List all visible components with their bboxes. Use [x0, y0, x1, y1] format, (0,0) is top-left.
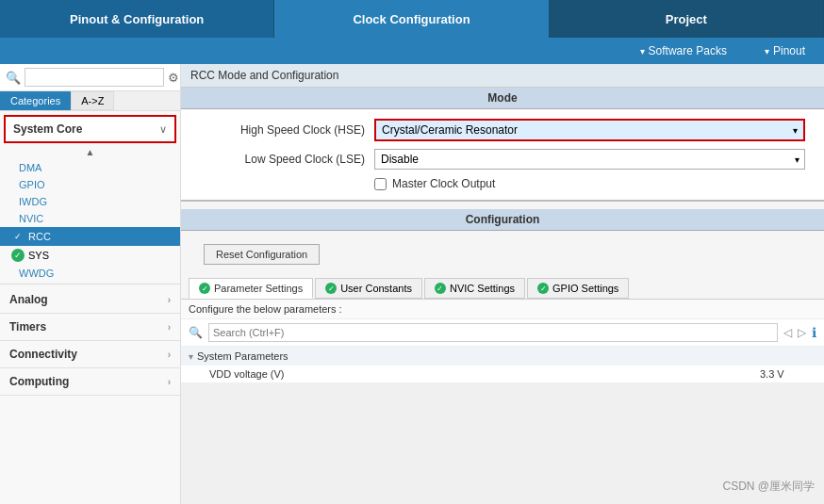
nav-pinout[interactable]: ▾ Pinout	[746, 44, 824, 57]
master-clock-label: Master Clock Output	[392, 177, 495, 190]
rcc-check-icon: ✓	[11, 230, 25, 243]
dma-label: DMA	[19, 162, 41, 173]
hse-select-wrapper: Crystal/Ceramic Resonator Disable BYPASS…	[374, 119, 805, 141]
watermark-text: CSDN @厘米同学	[722, 480, 815, 493]
cat-tabs: Categories A->Z	[0, 91, 180, 111]
sidebar-item-gpio[interactable]: GPIO	[0, 176, 180, 193]
param-tab-check: ✓	[199, 283, 210, 294]
analog-label: Analog	[9, 293, 48, 306]
sidebar-gear-icon[interactable]: ⚙	[168, 71, 179, 85]
analog-arrow: ›	[168, 295, 171, 305]
tab-nvic-settings[interactable]: ✓ NVIC Settings	[424, 278, 525, 299]
lse-row: Low Speed Clock (LSE) Disable Crystal/Ce…	[200, 149, 805, 170]
sidebar: 🔍 ⚙ Categories A->Z System Core ∨ ▲	[0, 64, 181, 504]
param-search-row: 🔍 ◁ ▷ ℹ	[181, 319, 824, 347]
sidebar-search-input[interactable]	[25, 68, 164, 87]
param-next-arrow[interactable]: ▷	[798, 326, 806, 339]
gpio-label: GPIO	[19, 179, 45, 190]
watermark: CSDN @厘米同学	[722, 479, 815, 495]
cat-timers-header[interactable]: Timers ›	[0, 314, 180, 340]
nav-clock[interactable]: Clock Configuration	[274, 0, 549, 38]
pinout-label: Pinout	[773, 44, 805, 57]
timers-arrow: ›	[168, 322, 171, 333]
cat-connectivity-header[interactable]: Connectivity ›	[0, 341, 180, 367]
nvic-tab-label: NVIC Settings	[450, 283, 515, 294]
hse-row: High Speed Clock (HSE) Crystal/Ceramic R…	[200, 119, 805, 141]
rcc-label: RCC	[28, 231, 51, 242]
content-area: RCC Mode and Configuration Mode High Spe…	[181, 64, 824, 383]
computing-label: Computing	[9, 375, 69, 388]
nav-clock-label: Clock Configuration	[353, 12, 470, 26]
config-section-header: Configuration	[181, 209, 824, 231]
configure-label-text: Configure the below parameters :	[189, 303, 342, 315]
second-nav: ▾ Software Packs ▾ Pinout	[0, 38, 824, 64]
content-wrapper: RCC Mode and Configuration Mode High Spe…	[181, 64, 824, 504]
hse-select[interactable]: Crystal/Ceramic Resonator Disable BYPASS…	[376, 121, 803, 139]
sys-check-icon: ✓	[11, 249, 25, 262]
sidebar-item-iwdg[interactable]: IWDG	[0, 193, 180, 210]
configure-label: Configure the below parameters :	[181, 300, 824, 319]
connectivity-arrow: ›	[168, 350, 171, 360]
gpio-tab-label: GPIO Settings	[552, 283, 618, 294]
software-packs-label: Software Packs	[649, 44, 727, 57]
sidebar-item-dma[interactable]: DMA	[0, 159, 180, 176]
sidebar-search-bar: 🔍 ⚙	[0, 64, 180, 91]
mode-header-label: Mode	[487, 91, 517, 105]
tab-categories[interactable]: Categories	[0, 91, 71, 110]
cat-analog-header[interactable]: Analog ›	[0, 286, 180, 313]
sidebar-divider-1	[0, 284, 180, 285]
system-core-up-arrow: ▲	[0, 145, 180, 159]
sidebar-search-icon: 🔍	[6, 71, 21, 85]
nav-software-packs[interactable]: ▾ Software Packs	[621, 44, 746, 57]
lse-select-wrapper: Disable Crystal/Ceramic Resonator BYPASS…	[374, 149, 805, 170]
cat-computing-header[interactable]: Computing ›	[0, 368, 180, 395]
system-core-label: System Core	[13, 122, 82, 136]
cat-section-connectivity: Connectivity ›	[0, 341, 180, 368]
param-vdd-name: VDD voltage (V)	[209, 368, 760, 380]
nav-project[interactable]: Project	[550, 0, 824, 38]
lse-select[interactable]: Disable Crystal/Ceramic Resonator BYPASS…	[374, 149, 805, 170]
sys-params-label: System Parameters	[197, 350, 288, 362]
reset-btn-wrapper: Reset Configuration	[181, 231, 824, 278]
nav-project-label: Project	[666, 12, 707, 26]
tab-user-constants[interactable]: ✓ User Constants	[315, 278, 422, 299]
software-packs-arrow: ▾	[640, 46, 645, 57]
user-tab-label: User Constants	[340, 283, 412, 294]
tab-az[interactable]: A->Z	[71, 91, 114, 110]
hse-label: High Speed Clock (HSE)	[200, 123, 365, 137]
nav-pinout[interactable]: Pinout & Configuration	[0, 0, 274, 38]
up-arrow-icon: ▲	[86, 147, 95, 157]
tab-az-label: A->Z	[81, 95, 104, 106]
mode-content: High Speed Clock (HSE) Crystal/Ceramic R…	[181, 109, 824, 202]
reset-config-button[interactable]: Reset Configuration	[204, 244, 320, 265]
wwdg-label: WWDG	[19, 268, 54, 279]
sidebar-item-rcc[interactable]: ✓ RCC	[0, 227, 180, 246]
master-clock-checkbox[interactable]	[374, 178, 387, 190]
mode-section-header: Mode	[181, 88, 824, 109]
sidebar-item-sys[interactable]: ✓ SYS	[0, 246, 180, 265]
cat-section-analog: Analog ›	[0, 286, 180, 314]
gpio-tab-check: ✓	[537, 283, 549, 294]
sidebar-item-wwdg[interactable]: WWDG	[0, 265, 180, 282]
system-core-section: System Core ∨	[4, 115, 176, 143]
sidebar-item-nvic[interactable]: NVIC	[0, 210, 180, 227]
param-info-icon: ℹ	[812, 325, 816, 340]
param-prev-arrow[interactable]: ◁	[783, 326, 792, 339]
tab-parameter-settings[interactable]: ✓ Parameter Settings	[189, 278, 313, 299]
param-tab-label: Parameter Settings	[214, 283, 303, 294]
tab-gpio-settings[interactable]: ✓ GPIO Settings	[527, 278, 629, 299]
timers-label: Timers	[9, 320, 46, 333]
system-core-header[interactable]: System Core ∨	[6, 117, 174, 141]
lse-label: Low Speed Clock (LSE)	[200, 153, 365, 166]
system-core-arrow: ∨	[159, 123, 167, 136]
computing-arrow: ›	[168, 377, 171, 387]
param-search-input[interactable]	[208, 323, 778, 342]
pinout-arrow: ▾	[765, 46, 769, 57]
user-tab-check: ✓	[325, 283, 337, 294]
config-header-label: Configuration	[466, 213, 540, 226]
sys-label: SYS	[28, 250, 49, 261]
rcc-title: RCC Mode and Configuration	[190, 69, 338, 82]
nvic-label: NVIC	[19, 213, 43, 224]
nav-pinout-label: Pinout & Configuration	[70, 12, 204, 26]
tab-categories-label: Categories	[10, 95, 60, 106]
